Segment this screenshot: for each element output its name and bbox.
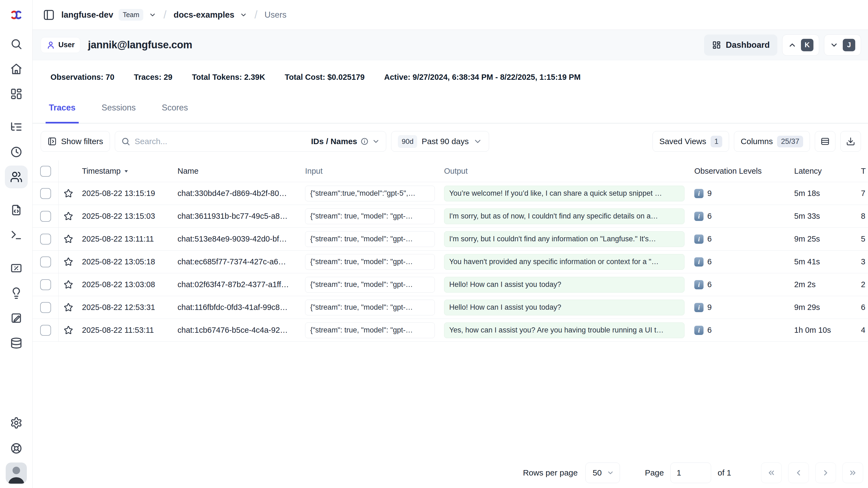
- trace-input-chip[interactable]: {"stream": true, "model": "gpt-…: [305, 209, 435, 224]
- header-name[interactable]: Name: [178, 166, 305, 176]
- saved-views-button[interactable]: Saved Views 1: [652, 131, 729, 152]
- sidebar-item-sessions[interactable]: [5, 141, 28, 163]
- trace-input-chip[interactable]: {"stream": true, "model": "gpt-…: [305, 323, 435, 338]
- trace-output-chip[interactable]: I'm sorry, but I couldn't find any infor…: [444, 231, 684, 247]
- sidebar-item-playground[interactable]: [5, 224, 28, 246]
- table-row[interactable]: 2025-08-22 12:53:31 chat:116fbfdc-0fd3-4…: [33, 296, 868, 319]
- breadcrumb-org[interactable]: langfuse-dev: [61, 10, 113, 20]
- trace-name[interactable]: chat:02f63f47-87b2-4377-a1ff…: [178, 280, 305, 289]
- search-type-selector[interactable]: IDs / Names: [311, 137, 380, 146]
- export-button[interactable]: [840, 131, 861, 152]
- trace-input-chip[interactable]: {"stream": true, "model": "gpt-…: [305, 277, 435, 293]
- header-output[interactable]: Output: [444, 166, 688, 176]
- breadcrumb-project[interactable]: docs-examples: [174, 10, 234, 20]
- table-row[interactable]: 2025-08-22 13:05:18 chat:ec685f77-7374-4…: [33, 250, 868, 273]
- dashboard-icon: [10, 88, 23, 100]
- table-row[interactable]: 2025-08-22 11:53:11 chat:1cb67476-b5ce-4…: [33, 319, 868, 342]
- trace-latency: 1h 0m 10s: [790, 326, 857, 335]
- trace-input-chip[interactable]: {"stream": true, "model": "gpt-…: [305, 231, 435, 247]
- columns-button[interactable]: Columns 25/37: [734, 131, 810, 152]
- next-user-button[interactable]: J: [824, 34, 861, 56]
- sidebar-toggle-button[interactable]: [43, 9, 55, 21]
- project-switcher[interactable]: [240, 11, 247, 19]
- row-checkbox[interactable]: [40, 211, 51, 222]
- show-filters-button[interactable]: Show filters: [41, 131, 110, 152]
- tab-scores[interactable]: Scores: [158, 103, 191, 123]
- previous-page-button[interactable]: [788, 462, 809, 483]
- page-size-select[interactable]: 50: [585, 462, 620, 483]
- star-icon[interactable]: [63, 256, 74, 267]
- sidebar-item-datasets[interactable]: [5, 332, 28, 355]
- search-input[interactable]: [135, 137, 307, 146]
- user-avatar[interactable]: [6, 462, 27, 484]
- header-partial-column[interactable]: T: [857, 166, 868, 176]
- table-row[interactable]: 2025-08-22 13:15:03 chat:3611931b-bc77-4…: [33, 205, 868, 228]
- star-icon[interactable]: [63, 325, 74, 336]
- page-number-input[interactable]: [671, 462, 711, 483]
- trace-name[interactable]: chat:ec685f77-7374-427c-a6…: [178, 257, 305, 266]
- sidebar-item-prompts[interactable]: [5, 199, 28, 221]
- last-page-button[interactable]: [842, 462, 863, 483]
- first-page-button[interactable]: [761, 462, 782, 483]
- trace-output-chip[interactable]: I'm sorry, but as of now, I couldn't fin…: [444, 209, 684, 224]
- star-icon[interactable]: [63, 279, 74, 290]
- prev-user-button[interactable]: K: [782, 34, 819, 56]
- tab-traces[interactable]: Traces: [45, 103, 79, 123]
- sidebar-item-settings[interactable]: [5, 411, 28, 434]
- trace-output-chip[interactable]: Yes, how can I assist you? Are you havin…: [444, 323, 684, 338]
- star-icon[interactable]: [63, 211, 74, 222]
- row-checkbox-cell: [33, 273, 59, 296]
- trace-input-chip[interactable]: {"stream": true, "model": "gpt-…: [305, 254, 435, 270]
- trace-input-chip[interactable]: {"stream": true, "model": "gpt-…: [305, 300, 435, 315]
- trace-name[interactable]: chat:513e84e9-9039-42d0-bf…: [178, 235, 305, 243]
- sidebar-item-annotations[interactable]: [5, 307, 28, 330]
- next-page-button[interactable]: [815, 462, 836, 483]
- table-row[interactable]: 2025-08-22 13:15:19 chat:330bd4e7-d869-4…: [33, 182, 868, 205]
- row-checkbox[interactable]: [40, 279, 51, 290]
- star-icon[interactable]: [63, 234, 74, 245]
- sidebar-item-home[interactable]: [5, 58, 28, 80]
- star-icon[interactable]: [63, 302, 74, 313]
- sidebar-item-insights[interactable]: [5, 282, 28, 305]
- table-row[interactable]: 2025-08-22 13:11:11 chat:513e84e9-9039-4…: [33, 228, 868, 250]
- row-checkbox[interactable]: [40, 188, 51, 199]
- sidebar-item-dashboards[interactable]: [5, 83, 28, 105]
- trace-name[interactable]: chat:1cb67476-b5ce-4c4a-92…: [178, 326, 305, 335]
- observation-levels-cell: i6: [688, 326, 790, 335]
- header-observation-levels[interactable]: Observation Levels: [688, 166, 790, 176]
- dashboard-button[interactable]: Dashboard: [704, 34, 777, 56]
- user-type-badge: User: [41, 37, 80, 53]
- life-buoy-icon: [10, 442, 23, 455]
- sidebar: [0, 0, 33, 488]
- row-checkbox[interactable]: [40, 234, 51, 245]
- trace-output-chip[interactable]: You haven't provided any specific inform…: [444, 254, 684, 270]
- row-checkbox[interactable]: [40, 302, 51, 313]
- trace-output-chip[interactable]: You’re welcome! If you’d like, I can sha…: [444, 186, 684, 202]
- sidebar-item-search[interactable]: [5, 33, 28, 55]
- star-icon[interactable]: [63, 188, 74, 199]
- select-all-checkbox[interactable]: [40, 166, 51, 177]
- sidebar-item-users[interactable]: [5, 165, 28, 188]
- tab-sessions[interactable]: Sessions: [98, 103, 139, 123]
- trace-output-chip[interactable]: Hello! How can I assist you today?: [444, 277, 684, 293]
- table-row[interactable]: 2025-08-22 13:03:08 chat:02f63f47-87b2-4…: [33, 273, 868, 296]
- row-height-button[interactable]: [815, 131, 835, 152]
- trace-name[interactable]: chat:3611931b-bc77-49c5-a8…: [178, 212, 305, 221]
- filters-panel-icon: [48, 137, 57, 146]
- row-checkbox[interactable]: [40, 256, 51, 267]
- trace-timestamp: 2025-08-22 11:53:11: [78, 326, 178, 335]
- langfuse-logo[interactable]: [10, 0, 23, 30]
- trace-input-chip[interactable]: {"stream":true,"model":"gpt-5",…: [305, 186, 435, 202]
- header-latency[interactable]: Latency: [790, 166, 857, 176]
- row-checkbox[interactable]: [40, 325, 51, 336]
- sidebar-item-support[interactable]: [5, 437, 28, 460]
- time-range-button[interactable]: 90d Past 90 days: [391, 131, 489, 152]
- trace-name[interactable]: chat:330bd4e7-d869-4b2f-80…: [178, 189, 305, 198]
- trace-output-chip[interactable]: Hello! How can I assist you today?: [444, 300, 684, 315]
- header-input[interactable]: Input: [305, 166, 444, 176]
- sidebar-item-evaluation[interactable]: [5, 257, 28, 279]
- header-timestamp[interactable]: Timestamp: [78, 166, 178, 176]
- sidebar-item-tracing[interactable]: [5, 116, 28, 139]
- org-switcher[interactable]: [149, 11, 156, 19]
- trace-name[interactable]: chat:116fbfdc-0fd3-41af-99c8…: [178, 303, 305, 312]
